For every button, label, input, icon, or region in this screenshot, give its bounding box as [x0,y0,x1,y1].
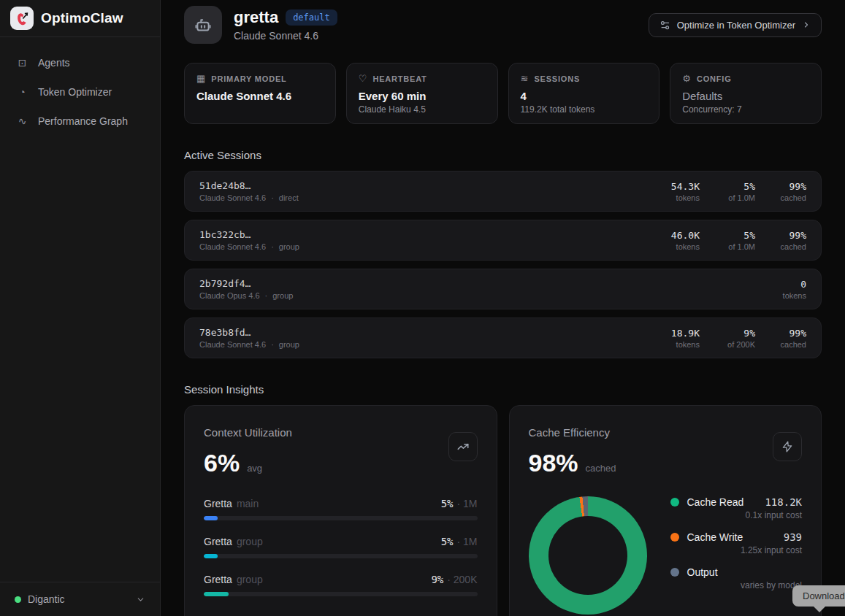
cache-efficiency-value-label: cached [586,463,616,474]
optimize-button-label: Optimize in Token Optimizer [677,20,795,31]
stat-card: ♡ HEARTBEAT Every 60 min Claude Haiku 4.… [346,63,498,124]
context-utilization-card: Context Utilization 6% avg [184,405,497,616]
session-row[interactable]: 51de24b8… Claude Sonnet 4.6 · direct 54.… [184,171,822,212]
nav-item-icon: ∿ [16,115,28,127]
app-title: OptimoClaw [41,10,123,26]
session-info: 51de24b8… Claude Sonnet 4.6 · direct [199,180,299,202]
claw-logo-icon [10,7,34,30]
app-logo[interactable]: OptimoClaw [0,0,160,37]
stat-card-value: Every 60 min [359,90,486,102]
bar-percent: 5% [441,498,454,509]
bar-track [204,554,478,558]
cache-efficiency-card: Cache Efficiency 98% cached [509,405,822,616]
utilization-bar: Grettagroup 9%· 200K [204,574,478,596]
agent-model: Claude Sonnet 4.6 [234,30,337,42]
bolt-icon [781,440,794,453]
legend-label: Output [687,566,718,578]
stat-card-icon: ♡ [359,74,367,83]
sliders-icon [659,20,670,31]
chevron-down-icon [136,595,145,604]
context-utilization-title: Context Utilization [204,426,292,439]
bar-fill [204,592,229,596]
bar-fill [204,516,218,520]
legend-dot [670,498,679,507]
legend-value: 939 [784,531,802,543]
cache-legend: Cache Read 118.2K 0.1x input cost Cache … [670,496,803,615]
session-id: 51de24b8… [199,180,299,191]
org-switcher[interactable]: Digantic [0,582,160,616]
bar-track [204,516,478,520]
session-cached: 99% cached [774,230,806,251]
legend-label: Cache Write [687,531,743,543]
session-row[interactable]: 1bc322cb… Claude Sonnet 4.6 · group 46.0… [184,220,822,261]
legend-sub: 1.25x input cost [670,545,803,555]
legend-row: Cache Read 118.2K 0.1x input cost [670,496,803,520]
session-cached: 99% cached [774,328,806,349]
legend-row: Output varies by model [670,566,803,590]
optimize-in-token-optimizer-button[interactable]: Optimize in Token Optimizer [649,13,822,37]
bar-scope: group [237,574,263,585]
stat-card-label: PRIMARY MODEL [211,74,286,83]
session-type: direct [279,193,299,202]
session-stats: 46.0K tokens 5% of 1.0M 99% cached [666,230,806,251]
session-stats: 54.3K tokens 5% of 1.0M 99% cached [666,181,806,202]
session-stats: 0 tokens [666,279,806,300]
session-tokens: 54.3K tokens [666,181,700,202]
downloads-tooltip: Downloads [792,585,845,607]
legend-sub: 0.1x input cost [670,510,803,520]
stat-card-value: 4 [521,90,648,102]
context-utilization-value: 6% [204,449,240,477]
nav-item-label: Performance Graph [38,115,128,127]
utilization-bar: Grettagroup 5%· 1M [204,536,478,558]
bolt-button[interactable] [773,432,802,461]
session-insights-heading: Session Insights [184,383,822,396]
legend-row: Cache Write 939 1.25x input cost [670,531,803,555]
stat-card-label: CONFIG [697,74,732,83]
bar-fill [204,554,218,558]
session-tokens: 18.9K tokens [666,328,700,349]
org-name: Digantic [28,593,65,605]
session-info: 1bc322cb… Claude Sonnet 4.6 · group [199,229,299,251]
session-model: Claude Sonnet 4.6 [199,242,266,251]
cache-donut-hole [548,516,627,595]
session-row[interactable]: 78e3b8fd… Claude Sonnet 4.6 · group 18.9… [184,317,822,358]
nav-item-label: Token Optimizer [38,86,112,98]
session-stats: 18.9K tokens 9% of 200K 99% cached [666,328,806,349]
trending-up-icon [456,440,470,453]
stat-card-value: Defaults [682,90,809,102]
stat-card-sub: Claude Haiku 4.5 [359,104,486,115]
session-row[interactable]: 2b792df4… Claude Opus 4.6 · group [184,269,822,309]
tooltip-tail [813,606,826,616]
sidebar-nav-item[interactable]: ◔ Token Optimizer [9,80,151,104]
robot-icon [194,15,213,34]
cache-donut-chart [529,496,647,615]
bar-agent: Gretta [204,574,232,585]
session-info: 2b792df4… Claude Opus 4.6 · group [199,278,293,300]
app-window: OptimoClaw ⊡ Agents ◔ Token Optimizer ∿ … [0,0,845,616]
nav-item-icon: ⊡ [16,57,28,69]
bar-percent: 5% [441,536,454,547]
session-tokens [666,279,700,300]
stat-cards: ▦ PRIMARY MODEL Claude Sonnet 4.6 ♡ HEAR… [184,63,822,124]
sidebar-nav-item[interactable]: ∿ Performance Graph [9,109,151,134]
session-tokens: 46.0K tokens [666,230,700,251]
page-title: gretta [234,8,278,27]
bar-scope: group [237,536,263,547]
bar-limit: · 1M [457,498,478,509]
bar-limit: · 1M [457,536,478,547]
stat-card: ⚙ CONFIG Defaults Concurrency: 7 [670,63,822,124]
bar-agent: Gretta [204,498,232,509]
agent-avatar [184,6,222,44]
cache-efficiency-value: 98% [529,449,578,477]
agent-title-block: gretta default Claude Sonnet 4.6 [234,8,337,42]
legend-sub: varies by model [670,580,803,590]
session-separator: · [265,291,268,300]
session-cached: 0 tokens [774,279,806,300]
sidebar-nav-item[interactable]: ⊡ Agents [9,50,151,75]
utilization-bar: Grettamain 5%· 1M [204,498,478,520]
nav-item-label: Agents [38,57,70,69]
session-list: 51de24b8… Claude Sonnet 4.6 · direct 54.… [184,171,822,358]
trending-up-button[interactable] [448,432,478,461]
legend-value: 118.2K [765,496,802,508]
utilization-bars: Grettamain 5%· 1M Grettagroup 5%· 1M [204,498,478,596]
